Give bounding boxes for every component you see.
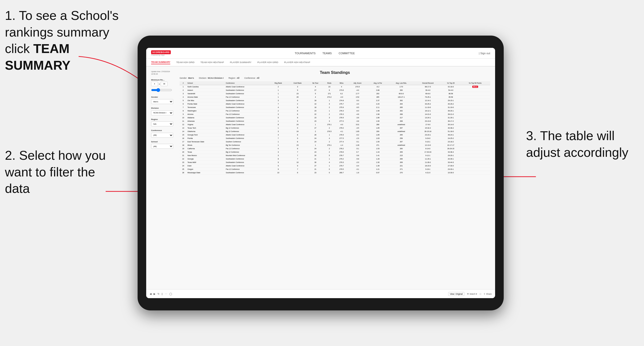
table-row: 7 Tennessee Southeastern Conference 4 8 …: [180, 106, 490, 109]
table-row: 15 Georgia Tech Atlantic Coast Conferenc…: [180, 133, 490, 137]
col-rnds: Rnds: [323, 81, 336, 85]
view-original-button[interactable]: View: Original: [448, 292, 464, 296]
table-row: 11 Arkansas Southeastern Conference 1 8 …: [180, 120, 490, 123]
region-label: Region: [151, 118, 176, 121]
gender-filter: Gender Men's: [151, 96, 176, 104]
table-row: 23 Texas A&M Southeastern Conference 9 1…: [180, 161, 490, 164]
table-row: 10 Alabama Southeastern Conference 5 8 2…: [180, 116, 490, 120]
division-label: Division: [151, 107, 176, 109]
table-row: 4 Arizona State Pac-12 Conference 1 26 4…: [180, 95, 490, 99]
table-row: 3 Vanderbilt Southeastern Conference 1 2…: [180, 92, 490, 95]
table-row: 16 Florida Southeastern Conference 7 9 2…: [180, 137, 490, 140]
nav-committee[interactable]: COMMITTEE: [338, 52, 355, 55]
col-conference: Conference: [225, 81, 269, 85]
division-filter: Division NCAA Division I: [151, 107, 176, 115]
toolbar-left: ◀ ▶ ↻ ▯ ⋯ ◯: [150, 293, 172, 295]
tab-player-h2h-heatmap[interactable]: PLAYER H2H HEATMAP: [284, 61, 310, 64]
sub-nav: TEAM SUMMARY TEAM H2H GRID TEAM H2H HEAT…: [146, 59, 495, 66]
more-icon[interactable]: ⋯: [165, 293, 167, 295]
instruction-step2: 2. Select how you want to filter the dat…: [5, 147, 113, 197]
table-row: 22 Georgia Southeastern Conference 8 7 2…: [180, 157, 490, 161]
share-button[interactable]: ⇧ Share: [484, 293, 492, 295]
min-row-label: Minimum Ro...: [151, 79, 176, 81]
col-points: Vs Top 50 Points: [460, 81, 490, 85]
main-nav: TOURNAMENTS TEAMS COMMITTEE: [295, 52, 355, 55]
col-avg-low: Avg. Low Rds.: [388, 81, 414, 85]
school-label: School: [151, 141, 176, 143]
col-wins: Wins: [336, 81, 348, 85]
col-school: School: [187, 81, 225, 85]
table-row: 5 Ole Miss Southeastern Conference 3 6 1…: [180, 99, 490, 102]
min-row-filter: Minimum Ro... -: [151, 79, 176, 93]
table-row: 18 Illinois Big Ten Conference 1 23 1 27…: [180, 144, 490, 147]
table-area: Team Standings Gender: Men's Division: N…: [180, 70, 490, 285]
table-row: 9 Arizona Pac-12 Conference 3 8 22 2 276…: [180, 113, 490, 116]
table-title: Team Standings: [180, 70, 490, 75]
table-row: 17 East Tennessee State Southern Confere…: [180, 140, 490, 144]
gender-label: Gender: [151, 96, 176, 98]
col-rank: #: [180, 81, 187, 85]
table-row: 12 Virginia Atlantic Coast Conference 8 …: [180, 123, 490, 126]
app-header: SCOREBOARD Powered by clippi TOURNAMENTS…: [146, 48, 495, 59]
min-row-slider[interactable]: [151, 88, 172, 92]
nav-tournaments[interactable]: TOURNAMENTS: [295, 52, 316, 55]
instruction-step3: 3. The table will adjust accordingly: [526, 128, 639, 161]
tab-player-h2h-grid[interactable]: PLAYER H2H GRID: [257, 61, 278, 64]
back-icon[interactable]: ◀: [150, 293, 152, 295]
col-conf-rank: Conf Rank: [288, 81, 308, 85]
table-row: 14 Oklahoma Big 12 Conference 3 24 2 276…: [180, 130, 490, 133]
bottom-toolbar: ◀ ▶ ↻ ▯ ⋯ ◯ View: Original 👁 Watch ▾ □ ⇧…: [146, 289, 495, 298]
logo-area: SCOREBOARD Powered by clippi: [151, 50, 171, 56]
table-row: 6 Florida State Atlantic Coast Conferenc…: [180, 102, 490, 106]
school-filter: School (All): [151, 141, 176, 149]
table-row: 26 Mississippi State Southeastern Confer…: [180, 171, 490, 174]
update-time: Update time: 27/03/2024 16:56:26: [151, 70, 176, 75]
watch-button[interactable]: 👁 Watch ▾: [467, 293, 478, 295]
region-select[interactable]: N/A: [151, 122, 173, 126]
conference-label: Conference: [151, 129, 176, 132]
table-row: 21 New Mexico Mountain West Conference 3…: [180, 154, 490, 157]
col-avg-par: Avg. to Par: [367, 81, 388, 85]
sidebar-filters: Update time: 27/03/2024 16:56:26 Minimum…: [151, 70, 176, 285]
table-row: 25 Oregon Pac-12 Conference 9 7 21 0 279…: [180, 168, 490, 171]
gender-select[interactable]: Men's: [151, 99, 173, 104]
table-row: 8 Washington Pac-12 Conference 2 8 23 1 …: [180, 109, 490, 113]
tab-player-summary[interactable]: PLAYER SUMMARY: [230, 61, 252, 64]
col-vs25: Vs Top 25: [441, 81, 460, 85]
tablet-frame: SCOREBOARD Powered by clippi TOURNAMENTS…: [138, 36, 504, 310]
forward-icon[interactable]: ▶: [154, 293, 156, 295]
table-row: 13 Texas Tech Big 12 Conference 1 9 27 2…: [180, 126, 490, 130]
region-filter: Region N/A: [151, 118, 176, 127]
col-overall: Overall Record: [414, 81, 441, 85]
min-row-input-1[interactable]: [151, 82, 158, 86]
min-row-input-2[interactable]: [161, 82, 168, 86]
sign-out-button[interactable]: | Sign out: [479, 52, 490, 55]
table-row: 2 Auburn Southeastern Conference 1 9 27 …: [180, 89, 490, 92]
copy-icon[interactable]: ▯: [162, 293, 163, 295]
col-reg-rank: Reg Rank: [269, 81, 288, 85]
tab-team-h2h-heatmap[interactable]: TEAM H2H HEATMAP: [200, 61, 224, 64]
table-filter-summary: Gender: Men's Division: NCAA Division I …: [180, 77, 490, 79]
main-content: Update time: 27/03/2024 16:56:26 Minimum…: [146, 66, 495, 289]
logo-badge: SCOREBOARD Powered by clippi: [151, 50, 171, 56]
conference-filter: Conference (All): [151, 129, 176, 138]
nav-teams[interactable]: TEAMS: [322, 52, 332, 55]
col-no-tour: No Tour: [308, 81, 323, 85]
col-adj-score: Adj. Score: [348, 81, 367, 85]
reload-icon[interactable]: ↻: [158, 293, 160, 295]
division-select[interactable]: NCAA Division I: [151, 110, 173, 115]
table-header-row: # School Conference Reg Rank Conf Rank N…: [180, 81, 490, 85]
toolbar-right: View: Original 👁 Watch ▾ □ ⇧ Share: [448, 292, 492, 296]
table-row: 20 Texas Big 12 Conference 3 7 24 2 278.…: [180, 151, 490, 154]
tab-team-summary[interactable]: TEAM SUMMARY: [151, 61, 170, 64]
tab-team-h2h-grid[interactable]: TEAM H2H GRID: [176, 61, 194, 64]
clock-icon[interactable]: ◯: [169, 293, 172, 295]
table-row: 1 North Carolina Atlantic Coast Conferen…: [180, 85, 490, 89]
table-row: 24 Duke Atlantic Coast Conference 5 9 27…: [180, 164, 490, 168]
school-select[interactable]: (All): [151, 144, 173, 149]
standings-table: # School Conference Reg Rank Conf Rank N…: [180, 81, 490, 174]
table-row: 19 California Pac-12 Conference 4 8 24 2…: [180, 147, 490, 151]
tablet-screen: SCOREBOARD Powered by clippi TOURNAMENTS…: [146, 48, 495, 298]
conference-select[interactable]: (All): [151, 133, 173, 138]
